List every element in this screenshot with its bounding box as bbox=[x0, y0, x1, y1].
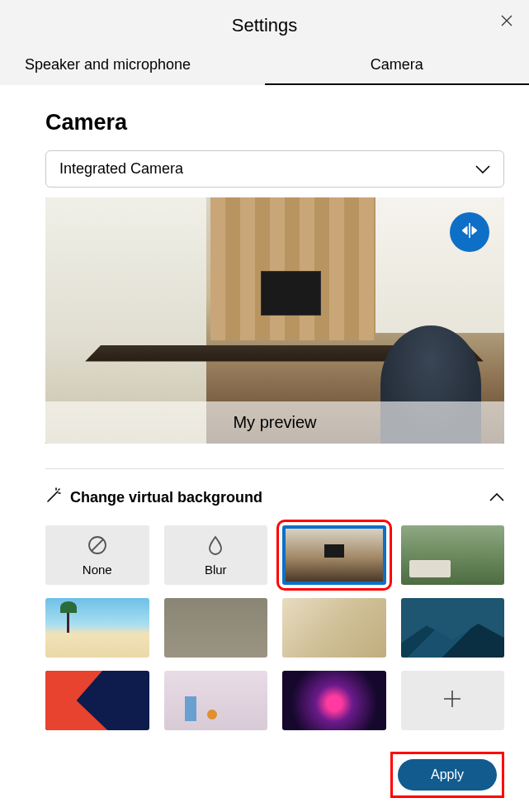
bg-option-redblue[interactable] bbox=[45, 671, 149, 730]
bg-option-pastel[interactable] bbox=[164, 671, 268, 730]
close-icon bbox=[501, 15, 512, 30]
bg-option-blur[interactable]: Blur bbox=[164, 525, 268, 585]
bg-option-beach[interactable] bbox=[45, 598, 149, 658]
mirror-icon bbox=[460, 221, 479, 244]
chevron-up-icon bbox=[489, 490, 504, 505]
tab-speaker-microphone[interactable]: Speaker and microphone bbox=[0, 48, 265, 85]
none-icon bbox=[87, 534, 108, 559]
mirror-button[interactable] bbox=[450, 212, 489, 252]
bg-option-neon[interactable] bbox=[282, 671, 386, 730]
divider bbox=[45, 468, 504, 469]
bg-option-none[interactable]: None bbox=[45, 525, 149, 585]
bg-option-blur-room[interactable] bbox=[164, 598, 268, 658]
tab-camera[interactable]: Camera bbox=[265, 48, 530, 85]
apply-button[interactable]: Apply bbox=[398, 759, 497, 791]
bg-option-forest[interactable] bbox=[401, 525, 505, 585]
plus-icon bbox=[441, 687, 464, 714]
settings-dialog: Settings Speaker and microphone Camera C… bbox=[0, 0, 529, 812]
dialog-title: Settings bbox=[0, 0, 529, 48]
preview-label: My preview bbox=[45, 401, 504, 444]
bg-option-mountains[interactable] bbox=[401, 598, 505, 658]
camera-device-value: Integrated Camera bbox=[59, 160, 183, 178]
apply-button-highlight: Apply bbox=[390, 752, 504, 798]
blur-icon bbox=[205, 534, 226, 559]
dialog-header: Settings Speaker and microphone Camera bbox=[0, 0, 529, 85]
chevron-down-icon bbox=[475, 160, 490, 178]
content-area: Camera Integrated Camera My preview bbox=[0, 85, 529, 812]
camera-section-title: Camera bbox=[45, 110, 504, 135]
footer: Apply bbox=[45, 752, 504, 798]
virtual-bg-grid: None Blur bbox=[45, 525, 504, 730]
bg-option-light-blur[interactable] bbox=[282, 598, 386, 658]
virtual-bg-label: Change virtual background bbox=[70, 489, 262, 506]
camera-preview: My preview bbox=[45, 197, 504, 444]
bg-option-add[interactable] bbox=[401, 671, 505, 730]
virtual-bg-toggle-row[interactable]: Change virtual background bbox=[45, 487, 504, 507]
close-button[interactable] bbox=[499, 15, 514, 30]
tabs: Speaker and microphone Camera bbox=[0, 48, 529, 85]
bg-option-label: Blur bbox=[205, 563, 227, 577]
bg-option-label: None bbox=[83, 563, 112, 577]
magic-wand-icon bbox=[45, 487, 62, 507]
bg-option-office[interactable] bbox=[282, 525, 386, 585]
camera-device-select[interactable]: Integrated Camera bbox=[45, 150, 504, 188]
